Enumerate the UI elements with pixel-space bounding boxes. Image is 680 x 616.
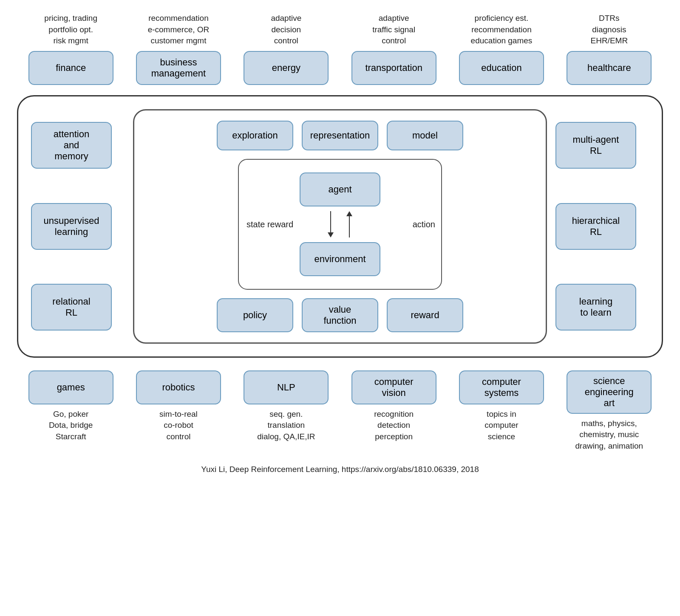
center-bottom-box-value-function: value function [302, 298, 378, 332]
center-top-box-model: model [387, 121, 463, 150]
bottom-col-computer-systems: computer systemstopics in computer scien… [453, 370, 550, 443]
top-section: pricing, trading portfolio opt. risk mgm… [17, 13, 663, 85]
top-box-business-management: business management [136, 51, 221, 85]
shaft2 [349, 216, 350, 237]
arrow-down-left [328, 211, 334, 237]
top-box-transportation: transportation [351, 51, 436, 85]
top-label-business-management: recommendation e-commerce, OR customer m… [148, 13, 210, 47]
bottom-label-games: Go, poker Dota, bridge Starcraft [49, 409, 93, 443]
top-box-energy: energy [244, 51, 329, 85]
bottom-col-robotics: roboticssim-to-real co-robot control [130, 370, 227, 443]
citation: Yuxi Li, Deep Reinforcement Learning, ht… [201, 465, 479, 474]
right-column: multi-agent RLhierarchical RLlearning to… [555, 109, 649, 344]
bottom-box-robotics: robotics [136, 370, 221, 404]
state-reward-label: state reward [246, 218, 293, 230]
bottom-section: gamesGo, poker Dota, bridge Starcraftrob… [17, 370, 663, 452]
arrow-up-right [346, 211, 352, 237]
bottom-box-nlp: NLP [244, 370, 329, 404]
bottom-label-science-engineering-art: maths, physics, chemistry, music drawing… [575, 418, 643, 452]
right-box-learning-to-learn: learning to learn [555, 284, 636, 331]
bottom-label-computer-vision: recognition detection perception [374, 409, 414, 443]
top-box-finance: finance [28, 51, 113, 85]
top-col-transportation: adaptive traffic signal controltransport… [345, 13, 443, 85]
top-box-healthcare: healthcare [567, 51, 652, 85]
bottom-label-nlp: seq. gen. translation dialog, QA,IE,IR [257, 409, 315, 443]
top-col-business-management: recommendation e-commerce, OR customer m… [130, 13, 227, 85]
center-bottom-box-policy: policy [217, 298, 293, 332]
top-col-education: proficiency est. recommendation educatio… [453, 13, 550, 85]
left-box-unsupervised-learning: unsupervised learning [31, 203, 112, 250]
bottom-col-science-engineering-art: science engineering artmaths, physics, c… [560, 370, 658, 452]
bottom-box-games: games [28, 370, 113, 404]
inner-core: state reward agent environment action [238, 159, 442, 290]
bottom-label-computer-systems: topics in computer science [484, 409, 518, 443]
top-label-transportation: adaptive traffic signal control [372, 13, 415, 47]
top-label-finance: pricing, trading portfolio opt. risk mgm… [44, 13, 97, 47]
left-box-attention-memory: attention and memory [31, 122, 112, 169]
bottom-col-games: gamesGo, poker Dota, bridge Starcraft [22, 370, 120, 443]
agent-env-container: agent environment [300, 172, 380, 276]
center-region: explorationrepresentationmodel state rew… [133, 109, 547, 344]
right-box-hierarchical-rl: hierarchical RL [555, 203, 636, 250]
left-box-relational-rl: relational RL [31, 284, 112, 331]
bottom-label-robotics: sim-to-real co-robot control [159, 409, 198, 443]
bottom-box-science-engineering-art: science engineering art [567, 370, 652, 414]
middle-section: attention and memoryunsupervised learnin… [17, 95, 663, 358]
center-top-box-exploration: exploration [217, 121, 293, 150]
agent-box: agent [300, 172, 380, 206]
top-label-energy: adaptive decision control [271, 13, 301, 47]
right-box-multi-agent-rl: multi-agent RL [555, 122, 636, 169]
arrowhead-down [328, 232, 334, 237]
center-top-box-representation: representation [302, 121, 378, 150]
center-bottom-box-reward: reward [387, 298, 463, 332]
bottom-box-computer-systems: computer systems [459, 370, 544, 404]
bottom-col-nlp: NLPseq. gen. translation dialog, QA,IE,I… [237, 370, 335, 443]
left-column: attention and memoryunsupervised learnin… [31, 109, 125, 344]
arrows-container [328, 212, 352, 237]
top-col-healthcare: DTRs diagnosis EHR/EMRhealthcare [560, 13, 658, 85]
shaft [330, 211, 331, 232]
bottom-col-computer-vision: computer visionrecognition detection per… [345, 370, 443, 443]
top-box-education: education [459, 51, 544, 85]
bottom-box-computer-vision: computer vision [351, 370, 436, 404]
action-label: action [413, 218, 435, 230]
arrowhead-up [346, 211, 352, 216]
center-top-row: explorationrepresentationmodel [217, 121, 463, 150]
environment-box: environment [300, 242, 380, 276]
center-bottom-row: policyvalue functionreward [217, 298, 463, 332]
top-col-energy: adaptive decision controlenergy [237, 13, 335, 85]
top-label-education: proficiency est. recommendation educatio… [471, 13, 533, 47]
top-col-finance: pricing, trading portfolio opt. risk mgm… [22, 13, 120, 85]
top-label-healthcare: DTRs diagnosis EHR/EMR [590, 13, 628, 47]
